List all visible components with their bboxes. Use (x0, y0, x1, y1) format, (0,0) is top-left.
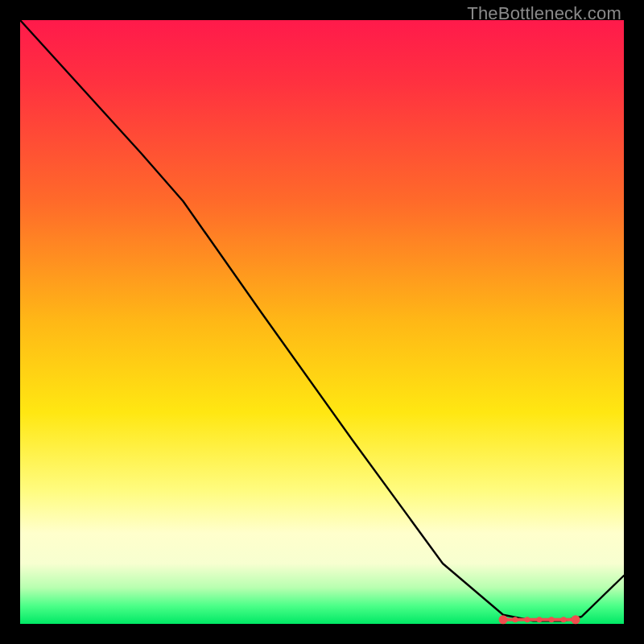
curve-group (20, 20, 624, 621)
chart-stage: TheBottleneck.com (0, 0, 644, 644)
marker-dot (513, 617, 518, 622)
curve-path (20, 20, 624, 621)
marker-dot (525, 617, 530, 622)
marker-dot (499, 615, 508, 624)
marker-dot (561, 617, 567, 622)
marker-dot (572, 615, 580, 624)
marker-dot (537, 617, 543, 622)
marker-dot (549, 617, 555, 622)
chart-overlay (20, 20, 624, 624)
